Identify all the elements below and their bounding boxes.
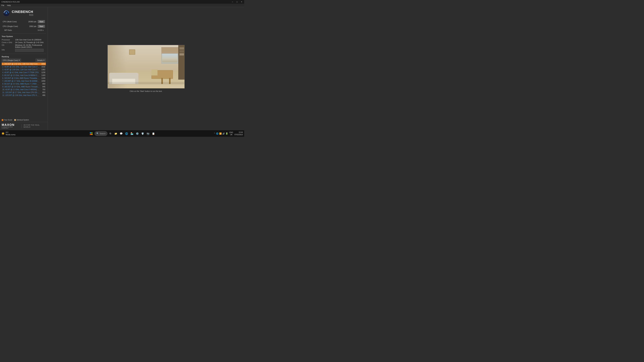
camera-button[interactable]: 📷 — [146, 131, 150, 136]
single-core-label: CPU (Single Core) — [3, 25, 29, 27]
ranking-list-item[interactable]: 5. 8C/16T @ 2.3 GHz, Intel Core i9-9880H… — [2, 74, 46, 77]
clipboard-icon: 📋 — [152, 132, 155, 135]
svg-point-2 — [6, 12, 7, 14]
single-core-start-button[interactable]: Start — [38, 25, 45, 28]
wifi-icon[interactable]: 📶 — [219, 132, 222, 135]
mp-ratio-row: MP Ratio 14.03 x — [2, 29, 46, 31]
edge-button[interactable]: 🌐 — [124, 131, 129, 136]
language-widget[interactable]: ENG UK — [230, 131, 233, 136]
info-row: Info — [2, 48, 46, 52]
ranking-section: Ranking CPU (Single Core) ▾ Details ▾ 1.… — [0, 55, 48, 118]
weather-widget[interactable]: ☀️ 9°C Mostly sunny — [1, 131, 16, 136]
title-bar: CINEBENCH R23.200 – □ × — [0, 0, 244, 4]
ranking-list-item[interactable]: 2. 4C/8T @ 2.81 GHz, 11th Gen Intel Core… — [2, 65, 46, 68]
camera-icon: 📷 — [146, 132, 150, 135]
close-button[interactable]: × — [240, 1, 243, 3]
weather-condition: Mostly sunny — [6, 134, 16, 136]
chevron-up-icon[interactable]: ⌃ — [214, 132, 215, 135]
identical-system-legend: Identical System — [14, 119, 29, 121]
ranking-list-item[interactable]: 12. 12C/24T @ 2.66 GHz, Intel Xeon CPU X… — [2, 94, 46, 97]
ranking-list-item[interactable]: 11. 12C/24T @ 2.7 GHz, Intel Xeon CPU E5… — [2, 91, 46, 94]
rank-name: 1. 24C/32T @ 2.42 GHz, 13th Gen Intel Co… — [2, 63, 40, 65]
ranking-list-item[interactable]: 4. 4C/8T @ 4.2 GHz, Intel Core i7-7700K … — [2, 71, 46, 74]
rank-name: 4. 4C/8T @ 4.2 GHz, Intel Core i7-7700K … — [2, 71, 40, 73]
rank-name: 12. 12C/24T @ 2.66 GHz, Intel Xeon CPU X… — [2, 94, 40, 96]
scores-section: CPU (Multi Core) 29360 pts Start CPU (Si… — [0, 18, 48, 32]
status-text: Click on the 'Start' button to run the t… — [130, 90, 162, 92]
search-bar[interactable]: 🔍 Search — [94, 131, 108, 136]
os-value: Windows 10, 64 Bit, Professional Edition… — [15, 44, 46, 48]
weather-text: 9°C Mostly sunny — [6, 131, 16, 136]
maxon-logo: MAXON A NEMETSCHEK COMPANY — [2, 123, 20, 129]
ranking-list-item[interactable]: 9. 16C/32T @ 3.4 GHz, AMD Ryzen Threadri… — [2, 85, 46, 88]
battery-icon[interactable]: 🔋 — [226, 132, 228, 135]
store-icon: 🏪 — [130, 132, 133, 135]
teams-button[interactable]: 💬 — [119, 131, 124, 136]
logo-version-label: R23 — [12, 14, 33, 16]
clipboard-button[interactable]: 📋 — [151, 131, 156, 136]
ranking-list-item[interactable]: 8. 8C/16T @ 3.4 GHz, AMD Ryzen 7 1700X E… — [2, 82, 46, 85]
rank-name: 9. 16C/32T @ 3.4 GHz, AMD Ryzen Threadri… — [2, 86, 40, 88]
ranking-list-item[interactable]: 3. 4C/8T @ 1.69 GHz, 11th Gen Intel Core… — [2, 68, 46, 71]
info-input[interactable] — [15, 49, 44, 52]
task-view-button[interactable]: ⧉ — [108, 131, 113, 136]
network-icon[interactable]: 🌐 — [216, 132, 218, 135]
processor-row: Processor 13th Gen Intel Core i9-13950HX — [2, 38, 46, 41]
chat-icon: 💬 — [120, 132, 122, 135]
rank-score: 486 — [40, 94, 45, 96]
render-preview: www.renderbarion.de — [108, 45, 185, 88]
settings-button[interactable]: ⚙️ — [135, 131, 140, 136]
info-label: Info — [2, 49, 15, 52]
weather-icon: ☀️ — [1, 132, 5, 135]
ranking-list-item[interactable]: 1. 24C/32T @ 2.42 GHz, 13th Gen Intel Co… — [2, 62, 46, 65]
minimize-button[interactable]: – — [231, 1, 234, 3]
svg-rect-4 — [92, 132, 92, 133]
identical-system-label: Identical System — [16, 119, 29, 121]
file-explorer-button[interactable]: 📁 — [113, 131, 118, 136]
multi-core-value: 29360 pts — [28, 21, 36, 23]
logo-cinebench-label: CINEBENCH — [12, 10, 33, 14]
main-layout: CINEBENCH R23 CPU (Multi Core) 29360 pts… — [0, 7, 244, 130]
watermark-text: www.renderbarion.de — [171, 86, 184, 88]
ranking-list: 1. 24C/32T @ 2.42 GHz, 13th Gen Intel Co… — [2, 62, 46, 117]
processor-value: 13th Gen Intel Core i9-13950HX — [15, 39, 46, 41]
menu-help[interactable]: Help — [7, 4, 11, 6]
rank-score: 1382 — [40, 68, 45, 70]
store-button[interactable]: 🏪 — [130, 131, 134, 136]
single-core-row: CPU (Single Core) 2092 pts Start — [2, 24, 46, 28]
svg-rect-3 — [90, 132, 91, 133]
windows-start-button[interactable] — [88, 131, 94, 136]
maximize-button[interactable]: □ — [236, 1, 238, 3]
render-scene — [108, 45, 184, 88]
ranking-dropdown-label: CPU (Single Core) — [3, 59, 18, 61]
clock-widget[interactable]: 13:44 07/02/2023 — [234, 131, 243, 136]
search-icon: 🔍 — [96, 132, 99, 135]
svg-rect-6 — [92, 134, 92, 135]
rank-score: 959 — [40, 83, 45, 85]
ranking-list-item[interactable]: 7. 24C/48T @ 2.7 GHz, Intel Xeon W-3265M… — [2, 80, 46, 82]
security-button[interactable]: 🛡️ — [140, 131, 145, 136]
rank-score: 750 — [40, 88, 45, 90]
logo-text: CINEBENCH R23 — [12, 10, 33, 16]
cores-row: Cores x GHz 24 Cores, 32 Threads @ 2.42 … — [2, 41, 46, 44]
ranking-dropdown[interactable]: CPU (Single Core) ▾ — [2, 59, 21, 62]
ranking-list-item[interactable]: 6. 32C/64T @ 3 GHz, AMD Ryzen Threadripp… — [2, 77, 46, 80]
volume-icon[interactable]: 🔊 — [222, 132, 225, 135]
folder-icon: 📁 — [114, 132, 117, 135]
system-section: Your System Processor 13th Gen Intel Cor… — [0, 35, 48, 53]
rank-name: 7. 24C/48T @ 2.7 GHz, Intel Xeon W-3265M… — [2, 80, 40, 82]
svg-rect-5 — [90, 134, 91, 135]
search-bar-label: Search — [100, 133, 106, 135]
clock-date: 07/02/2023 — [234, 134, 243, 136]
identical-system-icon — [14, 119, 16, 121]
multi-core-start-button[interactable]: Start — [38, 20, 45, 23]
chevron-down-icon-details: ▾ — [44, 59, 44, 61]
clock-time: 13:44 — [234, 131, 243, 134]
menu-file[interactable]: File — [1, 4, 4, 6]
your-score-legend: Your Score — [2, 119, 12, 121]
ranking-list-item[interactable]: 10. 4C/8T @ 2.3 GHz, Intel Core i7-4850H… — [2, 88, 46, 91]
right-panel: www.renderbarion.de Click on the 'Start'… — [48, 7, 244, 130]
rank-name: 6. 32C/64T @ 3 GHz, AMD Ryzen Threadripp… — [2, 77, 40, 79]
details-label: Details — [37, 59, 43, 61]
details-button[interactable]: Details ▾ — [36, 59, 46, 62]
